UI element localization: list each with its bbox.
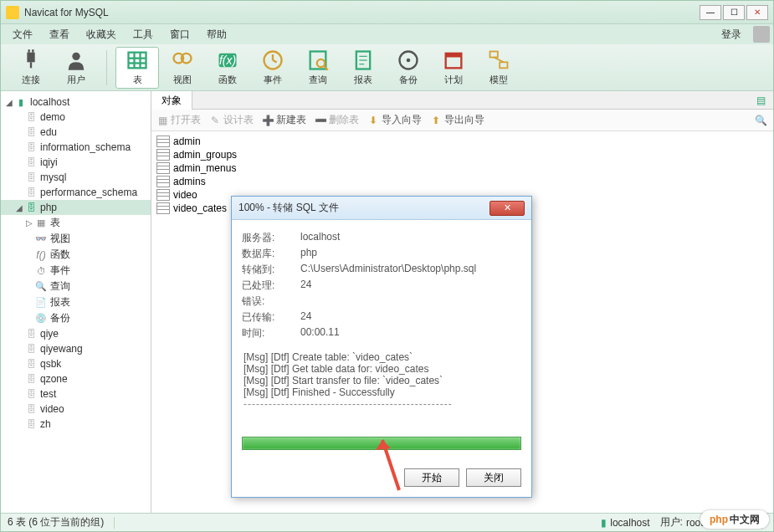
table-icon xyxy=(156,162,170,174)
toolbar-schedule[interactable]: 计划 xyxy=(432,47,475,89)
database-icon: 🗄 xyxy=(24,357,38,371)
database-icon: 🗄 xyxy=(24,417,38,431)
table-icon xyxy=(156,149,170,161)
status-summary: 6 表 (6 位于当前的组) xyxy=(8,515,104,529)
tree-db-php[interactable]: ◢ 🗄 php xyxy=(1,200,151,215)
tree-db-qsbk[interactable]: 🗄qsbk xyxy=(1,356,151,371)
tree-php-query[interactable]: 🔍查询 xyxy=(1,279,151,294)
label-processed: 已处理: xyxy=(242,279,300,293)
login-link[interactable]: 登录 xyxy=(715,25,748,44)
tree-db-performance_schema[interactable]: 🗄performance_schema xyxy=(1,185,151,200)
tree-db-edu[interactable]: 🗄edu xyxy=(1,125,151,140)
toolbar-query[interactable]: 查询 xyxy=(296,47,340,89)
expand-icon[interactable]: ▷ xyxy=(24,218,34,228)
toolbar-table[interactable]: 表 xyxy=(115,47,159,89)
toolbar-view[interactable]: 视图 xyxy=(161,47,204,89)
tree-php-view[interactable]: 👓视图 xyxy=(1,231,151,247)
toolbar: 连接 用户 表 视图 f(x) 函数 事件 xyxy=(1,44,773,91)
action-open-table[interactable]: ▦打开表 xyxy=(156,113,201,127)
database-icon: 🗄 xyxy=(24,186,38,199)
menu-view[interactable]: 查看 xyxy=(41,25,78,44)
toolbar-model[interactable]: 模型 xyxy=(477,47,520,89)
action-new-table[interactable]: ➕新建表 xyxy=(262,113,306,127)
start-button[interactable]: 开始 xyxy=(404,468,459,487)
connection-tree[interactable]: ◢ ▮ localhost 🗄demo🗄edu🗄information_sche… xyxy=(1,91,151,513)
tree-php-event[interactable]: ⏱事件 xyxy=(1,263,151,279)
table-icon: ▦ xyxy=(34,217,48,230)
tree-db-test[interactable]: 🗄test xyxy=(1,386,151,402)
tree-php-report[interactable]: 📄报表 xyxy=(1,294,151,310)
menubar: 文件 查看 收藏夹 工具 窗口 帮助 登录 xyxy=(1,24,773,44)
table-row[interactable]: admin xyxy=(155,135,770,148)
dialog-titlebar[interactable]: 100% - 转储 SQL 文件 ✕ xyxy=(232,197,531,220)
action-export[interactable]: ⬆导出向导 xyxy=(430,113,484,127)
table-icon xyxy=(156,189,170,201)
tree-db-qiye[interactable]: 🗄qiye xyxy=(1,326,151,341)
menu-tools[interactable]: 工具 xyxy=(125,25,161,44)
open-icon: ▦ xyxy=(156,115,168,126)
menu-favorites[interactable]: 收藏夹 xyxy=(78,25,125,44)
tab-objects[interactable]: 对象 xyxy=(151,91,192,110)
toolbar-report[interactable]: 报表 xyxy=(341,47,385,89)
log-output[interactable]: [Msg] [Dtf] Create table: `video_cates`[… xyxy=(242,350,521,425)
minimize-button[interactable]: — xyxy=(700,5,721,20)
toolbar-function[interactable]: f(x) 函数 xyxy=(206,47,249,89)
close-button[interactable]: ✕ xyxy=(746,5,768,20)
tree-db-video[interactable]: 🗄video xyxy=(1,402,151,417)
tree-php-table[interactable]: ▷▦表 xyxy=(1,215,151,231)
close-dialog-button[interactable]: 关闭 xyxy=(466,468,521,487)
tree-db-mysql[interactable]: 🗄mysql xyxy=(1,170,151,185)
query-icon: 🔍 xyxy=(34,280,48,294)
menu-window[interactable]: 窗口 xyxy=(161,25,198,44)
search-icon[interactable]: 🔍 xyxy=(753,113,768,128)
table-row[interactable]: admin_groups xyxy=(155,148,770,161)
toolbar-user[interactable]: 用户 xyxy=(54,47,98,89)
connection-icon: ▮ xyxy=(601,517,607,529)
label-transferred: 已传输: xyxy=(242,310,300,325)
table-row[interactable]: admins xyxy=(155,175,770,188)
menu-help[interactable]: 帮助 xyxy=(198,25,235,44)
action-delete-table[interactable]: ➖删除表 xyxy=(315,113,359,127)
toolbar-event[interactable]: 事件 xyxy=(251,47,295,89)
plug-icon xyxy=(19,49,43,72)
value-dump-to: C:\Users\Administrator\Desktop\php.sql xyxy=(300,263,521,277)
maximize-button[interactable]: ☐ xyxy=(723,5,745,20)
tree-db-iqiyi[interactable]: 🗄iqiyi xyxy=(1,155,151,170)
event-icon xyxy=(261,49,284,72)
tree-db-zh[interactable]: 🗄zh xyxy=(1,417,151,432)
report-icon xyxy=(351,49,375,72)
tree-php-backup[interactable]: 💿备份 xyxy=(1,310,151,326)
status-connection: ▮localhost xyxy=(601,517,649,529)
tree-db-demo[interactable]: 🗄demo xyxy=(1,110,151,125)
view-icon: 👓 xyxy=(34,233,48,246)
tree-db-qiyewang[interactable]: 🗄qiyewang xyxy=(1,341,151,356)
database-icon: 🗄 xyxy=(24,372,38,386)
menu-file[interactable]: 文件 xyxy=(4,25,41,44)
action-design-table[interactable]: ✎设计表 xyxy=(209,113,254,127)
dialog-close-button[interactable]: ✕ xyxy=(490,201,525,216)
tree-connection[interactable]: ◢ ▮ localhost xyxy=(1,95,151,110)
log-line: ----------------------------------------… xyxy=(243,398,520,410)
database-icon: 🗄 xyxy=(24,171,38,184)
action-import[interactable]: ⬇导入向导 xyxy=(367,113,422,127)
svg-line-29 xyxy=(494,58,504,63)
tree-php-fx[interactable]: f()函数 xyxy=(1,247,151,263)
avatar-icon[interactable] xyxy=(753,26,770,43)
tree-db-information_schema[interactable]: 🗄information_schema xyxy=(1,140,151,155)
table-name: video xyxy=(173,189,197,201)
table-row[interactable]: admin_menus xyxy=(155,161,770,175)
log-line: [Msg] [Dtf] Create table: `video_cates` xyxy=(243,351,520,363)
function-icon: f(x) xyxy=(216,49,239,72)
database-icon: 🗄 xyxy=(24,201,38,214)
svg-rect-28 xyxy=(500,62,507,68)
database-icon: 🗄 xyxy=(24,327,38,340)
svg-text:f(x): f(x) xyxy=(219,54,236,67)
schedule-icon xyxy=(442,49,465,72)
toolbar-connection[interactable]: 连接 xyxy=(9,47,53,89)
svg-point-24 xyxy=(407,59,411,63)
tree-db-qzone[interactable]: 🗄qzone xyxy=(1,371,151,386)
toolbar-backup[interactable]: 备份 xyxy=(387,47,430,89)
collapse-icon[interactable]: ◢ xyxy=(4,98,14,107)
collapse-icon[interactable]: ◢ xyxy=(14,203,24,212)
detail-view-icon[interactable]: ▤ xyxy=(753,93,768,108)
